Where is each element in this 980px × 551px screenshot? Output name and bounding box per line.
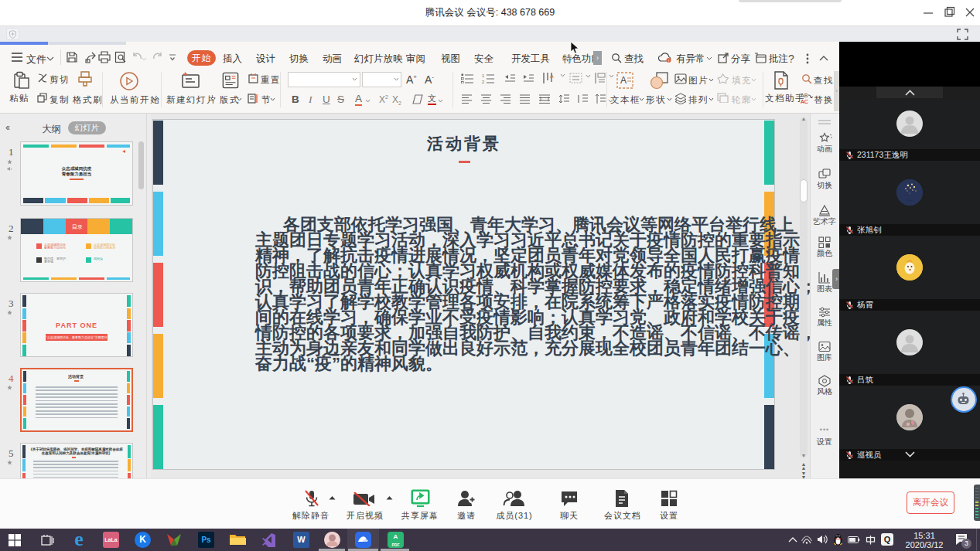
svg-text:A: A: [550, 73, 554, 79]
svg-text:AB: AB: [801, 93, 808, 98]
svg-text:2: 2: [482, 80, 484, 83]
svg-text:A: A: [620, 75, 627, 86]
svg-text:1: 1: [482, 73, 484, 78]
svg-text:AC: AC: [801, 99, 808, 104]
